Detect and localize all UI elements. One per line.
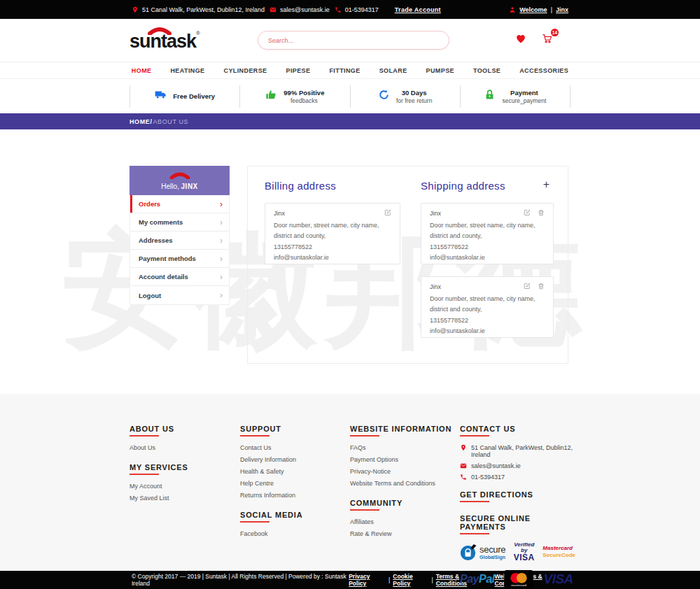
site-footer: ABOUT US About Us MY SERVICES My Account… [0,394,700,571]
sidebar-item-payment-methods[interactable]: Payment methods › [130,250,229,268]
footer-link-my-saved-list[interactable]: My Saved List [130,495,234,502]
top-contact-bar: 51 Canal Walk, ParkWest, Dublin12, Irela… [0,0,700,19]
edit-icon[interactable] [384,209,391,218]
address-phone: 13155778522 [430,243,545,250]
footer-link-facebook[interactable]: Facebook [240,530,345,537]
nav-pumps[interactable]: PUMPSE [426,67,454,74]
topbar-phone[interactable]: 01-5394317 [335,6,379,13]
mastercard-brand-text: Mastercard [542,545,575,552]
nav-fittings[interactable]: FITTINGE [329,67,360,74]
footer-link-faqs[interactable]: FAQs [350,444,456,451]
red-underline [350,435,379,437]
chevron-right-icon: › [220,272,223,282]
sidebar-item-orders[interactable]: Orders › [130,195,229,213]
feature-title: Payment [502,89,546,97]
footer-heading: CONTACT US [460,425,575,433]
wishlist-heart-icon[interactable] [516,34,526,46]
nav-accessories[interactable]: ACCESSORIES [519,67,568,74]
sidebar-item-my-comments[interactable]: My comments › [130,213,229,232]
sidebar-item-label: My comments [139,218,183,226]
suntask-logo[interactable]: suntask® [130,27,196,55]
billing-address-card: Jinx Door number, street name, city name… [265,203,400,264]
nav-tools[interactable]: TOOLSE [473,67,500,74]
nav-heating[interactable]: HEATINGE [170,67,204,74]
footer-link-health-safety[interactable]: Health & Safety [240,468,345,475]
footer-heading: ABOUT US [130,425,234,433]
sidebar-item-label: Orders [139,200,160,208]
sidebar-item-label: Addresses [139,236,173,244]
delete-trash-icon[interactable] [538,283,545,291]
footer-link-privacy-notice[interactable]: Privacy-Notice [350,468,456,475]
footer-link-payment-options[interactable]: Payment Options [350,456,456,463]
sidebar-item-account-details[interactable]: Account details › [130,268,229,286]
address-line-1: Door number, street name, city name, [274,222,391,229]
main-nav: HOME HEATINGE CYLINDERSE PIPESE FITTINGE… [0,62,700,78]
trade-account-link[interactable]: Trade Account [395,6,441,13]
logo-registered-mark: ® [196,30,200,36]
footer-contact-phone[interactable]: 01-5394317 [460,474,575,481]
cookie-policy-link[interactable]: Cookie Policy [393,573,428,587]
edit-icon[interactable] [524,283,531,291]
nav-cylinders[interactable]: CYLINDERSE [224,67,267,74]
feature-subtitle: for free return [396,97,433,104]
sidebar-item-label: Payment methods [139,255,196,262]
verified-visa-text: VISA [512,553,536,562]
nav-home[interactable]: HOME [132,67,152,74]
footer-email-text: sales@suntask.ie [471,462,521,469]
footer-heading: SOCIAL MEDIA [240,511,345,519]
red-underline [460,435,489,437]
feature-title: Free Delivery [173,92,215,100]
privacy-policy-link[interactable]: Privacy Policy [349,573,386,587]
welcome-link[interactable]: Welcome [519,6,547,13]
search-bar[interactable] [258,31,449,50]
address-email: info@suntaskolar.ie [430,327,545,334]
link-separator: | [432,576,433,583]
globalsign-lock-icon [460,544,477,561]
search-input[interactable] [268,37,439,44]
shipping-address-title: Shipping address [421,180,505,192]
footer-link-affiliates[interactable]: Affiliates [350,518,456,525]
account-sidebar: Hello, JINX Orders › My comments › Addre… [130,166,230,305]
globalsign-secure-text: secure [479,545,505,554]
nav-pipes[interactable]: PIPESE [286,67,311,74]
footer-link-about-us[interactable]: About Us [130,444,234,451]
footer-link-rate-review[interactable]: Rate & Review [350,530,456,537]
username-link[interactable]: Jinx [556,6,568,13]
address-name: Jinx [274,210,285,217]
cart-icon[interactable]: 14 [541,33,553,47]
sidebar-item-addresses[interactable]: Addresses › [130,232,229,250]
address-email: info@suntaskolar.ie [430,254,545,261]
phone-icon [335,6,342,13]
footer-link-contact-us[interactable]: Contact Us [240,444,345,451]
footer-link-delivery-information[interactable]: Delivery Information [240,456,345,463]
feature-free-delivery: Free Delivery [130,85,239,108]
chevron-right-icon: › [220,254,223,264]
address-email: info@suntaskolar.ie [274,254,391,261]
address-line-1: Door number, street name, city name, [430,222,545,229]
topbar-email[interactable]: sales@suntask.ie [270,6,330,13]
nav-solar[interactable]: SOLARE [379,67,407,74]
shipping-address-card: Jinx Door number, street name, city name… [421,203,554,264]
footer-contact-email[interactable]: sales@suntask.ie [460,462,575,469]
mail-icon [460,462,467,469]
add-address-button[interactable]: + [543,179,550,190]
footer-link-returns-information[interactable]: Returns Information [240,492,345,499]
footer-heading-get-directions[interactable]: GET DIRECTIONS [460,490,575,499]
footer-link-website-terms[interactable]: Website Terms and Conditions [350,480,456,487]
user-icon [509,6,516,13]
truck-icon [155,89,167,104]
account-page-content: 安徽邦德 Hello, JINX Orders › My comments › … [0,129,700,394]
footer-column-website-info: WEBSITE INFORMATION FAQs Payment Options… [350,425,456,542]
sidebar-item-logout[interactable]: Logout › [130,286,229,304]
chevron-right-icon: › [220,290,223,300]
cart-count-badge: 14 [551,29,559,36]
edit-icon[interactable] [524,209,531,218]
feature-subtitle: secure_payment [502,97,546,104]
footer-link-my-account[interactable]: My Account [130,483,234,490]
breadcrumb-home[interactable]: HOME/ [130,118,153,125]
footer-heading: MY SERVICES [130,463,234,471]
footer-heading: COMMUNITY [350,499,456,507]
footer-link-help-centre[interactable]: Help Centre [240,480,345,487]
securecode-text: SecureCode [542,552,575,559]
delete-trash-icon[interactable] [538,209,545,218]
